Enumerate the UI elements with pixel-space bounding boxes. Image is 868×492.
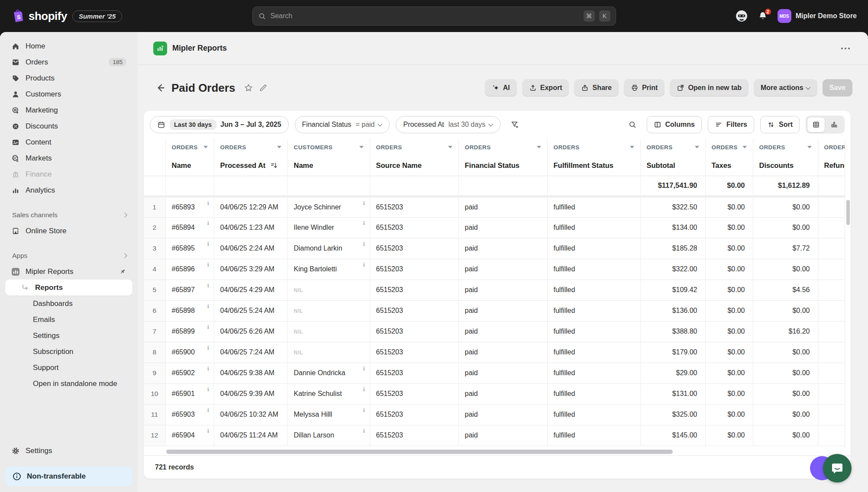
- info-icon[interactable]: i: [363, 241, 365, 248]
- cell-financial-status[interactable]: paid: [458, 280, 547, 300]
- notifications-button[interactable]: 2: [758, 11, 768, 21]
- cell-source-name[interactable]: 6515203: [370, 238, 458, 259]
- sidebar-item-orders[interactable]: Orders 185: [5, 54, 132, 70]
- column-group[interactable]: ORDERS: [705, 138, 753, 156]
- table-view-toggle[interactable]: [807, 117, 825, 132]
- cell-name[interactable]: #65898i: [165, 300, 214, 321]
- add-filter-icon[interactable]: [507, 116, 523, 133]
- cell-financial-status[interactable]: paid: [458, 300, 547, 321]
- cell-refunds[interactable]: [818, 363, 845, 383]
- favorite-star-icon[interactable]: [242, 81, 255, 94]
- column-group[interactable]: ORDERS: [640, 138, 705, 156]
- cell-refunds[interactable]: [818, 342, 845, 363]
- columns-button[interactable]: Columns: [647, 116, 702, 133]
- cell-source-name[interactable]: 6515203: [370, 196, 458, 217]
- info-icon[interactable]: i: [363, 366, 365, 372]
- cell-fulfillment-status[interactable]: fulfilled: [547, 363, 640, 383]
- pin-icon[interactable]: [119, 268, 126, 276]
- cell-discounts[interactable]: $0.00: [753, 342, 818, 363]
- cell-discounts[interactable]: $0.00: [753, 196, 818, 217]
- share-button[interactable]: Share: [574, 79, 618, 96]
- cell-subtotal[interactable]: $29.00: [640, 363, 705, 383]
- sidebar-item-online-store[interactable]: Online Store: [5, 223, 132, 239]
- column-group[interactable]: ORDERS: [547, 138, 640, 156]
- financial-status-filter[interactable]: Financial Status = paid: [295, 116, 390, 133]
- cell-source-name[interactable]: 6515203: [370, 404, 458, 425]
- cell-processed-at[interactable]: 04/06/25 10:32 AM: [214, 404, 287, 425]
- cell-processed-at[interactable]: 04/06/25 9:39 AM: [214, 383, 287, 404]
- cell-taxes[interactable]: $0.00: [705, 300, 753, 321]
- edit-pencil-icon[interactable]: [257, 81, 270, 94]
- cell-financial-status[interactable]: paid: [458, 238, 547, 259]
- table-row[interactable]: 8 #65900i 04/06/25 7:24 AM NILi 6515203 …: [144, 342, 845, 363]
- column-header-taxes[interactable]: Taxes: [705, 156, 753, 176]
- cell-subtotal[interactable]: $388.80: [640, 321, 705, 342]
- cell-taxes[interactable]: $0.00: [705, 383, 753, 404]
- cell-processed-at[interactable]: 04/06/25 12:29 AM: [214, 196, 287, 217]
- cell-name[interactable]: #65901i: [165, 383, 214, 404]
- cell-refunds[interactable]: [818, 196, 845, 217]
- cell-refunds[interactable]: [818, 404, 845, 425]
- info-icon[interactable]: i: [363, 407, 365, 414]
- cell-fulfillment-status[interactable]: fulfilled: [547, 342, 640, 363]
- processed-at-filter[interactable]: Processed At last 30 days: [396, 116, 500, 133]
- cell-subtotal[interactable]: $145.00: [640, 425, 705, 446]
- cell-processed-at[interactable]: 04/06/25 5:24 AM: [214, 300, 287, 321]
- cell-processed-at[interactable]: 04/06/25 6:26 AM: [214, 321, 287, 342]
- cell-taxes[interactable]: $0.00: [705, 342, 753, 363]
- table-row[interactable]: 5 #65897i 04/06/25 4:29 AM NILi 6515203 …: [144, 280, 845, 300]
- cell-subtotal[interactable]: $134.00: [640, 217, 705, 238]
- cell-financial-status[interactable]: paid: [458, 404, 547, 425]
- cell-source-name[interactable]: 6515203: [370, 342, 458, 363]
- cell-subtotal[interactable]: $131.00: [640, 383, 705, 404]
- cell-taxes[interactable]: $0.00: [705, 363, 753, 383]
- cell-processed-at[interactable]: 04/06/25 4:29 AM: [214, 280, 287, 300]
- cell-refunds[interactable]: [818, 259, 845, 280]
- cell-subtotal[interactable]: $136.00: [640, 300, 705, 321]
- sidebar-item-support[interactable]: Support: [5, 360, 132, 376]
- sidebar-item-standalone[interactable]: Open in standalone mode: [5, 376, 132, 392]
- column-group[interactable]: CUSTOMERS: [287, 138, 370, 156]
- sidebar-item-reports[interactable]: Reports: [5, 280, 132, 296]
- table-row[interactable]: 3 #65895i 04/06/25 2:24 AM Diamond Larki…: [144, 238, 845, 259]
- info-icon[interactable]: i: [207, 386, 209, 393]
- info-icon[interactable]: i: [207, 366, 209, 372]
- cell-subtotal[interactable]: $185.28: [640, 238, 705, 259]
- cell-source-name[interactable]: 6515203: [370, 363, 458, 383]
- sidebar-item-analytics[interactable]: Analytics: [5, 182, 132, 198]
- cell-processed-at[interactable]: 04/06/25 7:24 AM: [214, 342, 287, 363]
- sidebar-item-customers[interactable]: Customers: [5, 86, 132, 102]
- cell-customer-name[interactable]: NILi: [287, 321, 370, 342]
- cell-customer-name[interactable]: Joyce Schinneri: [287, 196, 370, 217]
- sidebar-item-home[interactable]: Home: [5, 38, 132, 54]
- cell-processed-at[interactable]: 04/06/25 1:23 AM: [214, 217, 287, 238]
- info-icon[interactable]: i: [207, 428, 209, 434]
- sidebar-item-mipler-reports[interactable]: Mipler Reports: [5, 264, 132, 280]
- cell-discounts[interactable]: $0.00: [753, 404, 818, 425]
- info-icon[interactable]: i: [363, 262, 365, 268]
- cell-source-name[interactable]: 6515203: [370, 383, 458, 404]
- chart-view-toggle[interactable]: [825, 117, 843, 132]
- cell-customer-name[interactable]: Dillan Larsoni: [287, 425, 370, 446]
- column-header-processed-at[interactable]: Processed At: [214, 156, 287, 176]
- sidebar-item-settings[interactable]: Settings: [5, 443, 132, 459]
- cell-discounts[interactable]: $0.00: [753, 363, 818, 383]
- cell-customer-name[interactable]: NILi: [287, 342, 370, 363]
- cell-taxes[interactable]: $0.00: [705, 238, 753, 259]
- sidebar-item-products[interactable]: Products: [5, 70, 132, 86]
- sidebar-item-finance[interactable]: Finance: [5, 166, 132, 182]
- cell-fulfillment-status[interactable]: fulfilled: [547, 300, 640, 321]
- cell-taxes[interactable]: $0.00: [705, 259, 753, 280]
- info-icon[interactable]: i: [363, 220, 365, 227]
- more-actions-button[interactable]: More actions: [754, 79, 817, 96]
- sort-desc-icon[interactable]: [270, 161, 278, 170]
- cell-source-name[interactable]: 6515203: [370, 259, 458, 280]
- column-group[interactable]: ORDERS: [818, 138, 845, 156]
- ai-button[interactable]: AI: [485, 79, 517, 96]
- cell-name[interactable]: #65896i: [165, 259, 214, 280]
- sidebar-item-discounts[interactable]: Discounts: [5, 118, 132, 134]
- cell-customer-name[interactable]: King Bartolettii: [287, 259, 370, 280]
- table-row[interactable]: 4 #65896i 04/06/25 3:29 AM King Bartolet…: [144, 259, 845, 280]
- info-icon[interactable]: i: [363, 200, 365, 207]
- export-button[interactable]: Export: [522, 79, 569, 96]
